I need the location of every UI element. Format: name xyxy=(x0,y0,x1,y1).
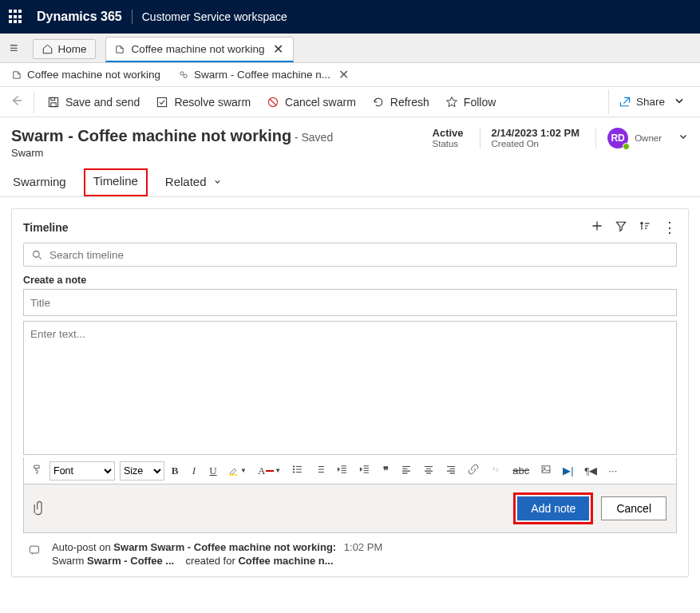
back-button[interactable] xyxy=(5,93,29,110)
subtab-case-label: Coffee machine not working xyxy=(27,69,160,81)
rtl-button[interactable]: ¶◀ xyxy=(580,461,603,481)
app-top-bar: Dynamics 365 Customer Service workspace xyxy=(0,0,700,34)
font-select[interactable]: Font xyxy=(49,461,115,481)
text-color-button[interactable]: A▼ xyxy=(253,461,286,481)
owner-avatar[interactable]: RD xyxy=(607,128,628,148)
align-center-button[interactable] xyxy=(418,461,439,481)
saved-indicator: - Saved xyxy=(295,131,333,144)
link-icon xyxy=(468,464,479,475)
command-bar: Save and send Resolve swarm Cancel swarm… xyxy=(0,87,700,117)
numbers-icon xyxy=(314,464,326,475)
ptab-timeline[interactable]: Timeline xyxy=(84,168,148,196)
status-label: Status xyxy=(433,139,464,148)
cmd-refresh[interactable]: Refresh xyxy=(364,91,437,113)
home-icon xyxy=(42,43,53,55)
align-left-icon xyxy=(401,464,412,475)
header-expand-button[interactable] xyxy=(678,131,689,144)
tab-home-label: Home xyxy=(58,43,87,55)
svg-rect-14 xyxy=(30,546,38,553)
format-painter-button[interactable] xyxy=(27,461,48,481)
cmd-resolve-label: Resolve swarm xyxy=(174,96,251,109)
timeline-heading: Timeline xyxy=(23,221,69,234)
autopost-line2c: created for xyxy=(186,555,235,567)
chevron-down-icon xyxy=(673,94,686,109)
add-record-button[interactable] xyxy=(591,219,603,235)
link-button[interactable] xyxy=(463,461,484,481)
size-select[interactable]: Size xyxy=(120,461,164,481)
filter-icon xyxy=(615,219,627,232)
ptab-related[interactable]: Related xyxy=(164,168,223,196)
highlight-icon xyxy=(228,465,239,477)
add-note-button[interactable]: Add note xyxy=(517,496,589,520)
svg-point-13 xyxy=(544,468,545,469)
note-body-input[interactable] xyxy=(23,321,677,455)
note-title-input[interactable] xyxy=(23,289,677,316)
indent-button[interactable] xyxy=(354,461,375,481)
sort-button[interactable] xyxy=(639,219,651,235)
autopost-line2d: Coffee machine n... xyxy=(238,555,333,567)
outdent-button[interactable] xyxy=(332,461,353,481)
unlink-button[interactable] xyxy=(485,461,506,481)
created-label: Created On xyxy=(492,139,580,148)
underline-button[interactable]: U xyxy=(204,461,222,481)
quote-button[interactable]: ❞ xyxy=(377,461,394,481)
numbers-button[interactable] xyxy=(310,461,330,481)
filter-button[interactable] xyxy=(615,219,627,235)
image-icon xyxy=(540,464,552,475)
cmd-cancel-swarm[interactable]: Cancel swarm xyxy=(259,91,364,113)
highlight-button[interactable]: ▼ xyxy=(223,462,251,480)
rich-text-toolbar: Font Size B I U ▼ A▼ ❞ abc ▶| ¶◀ ··· xyxy=(23,457,677,484)
svg-point-1 xyxy=(184,74,187,77)
hamburger-icon[interactable]: ≡ xyxy=(0,40,28,57)
meta-created: 2/14/2023 1:02 PM Created On xyxy=(480,127,580,148)
bold-button[interactable]: B xyxy=(166,461,184,481)
bullets-button[interactable] xyxy=(287,461,308,481)
timeline-search-input[interactable] xyxy=(23,243,677,267)
autopost-time: 1:02 PM xyxy=(344,541,382,553)
close-tab-icon[interactable]: ✕ xyxy=(273,42,283,57)
more-format-button[interactable]: ··· xyxy=(603,461,622,480)
plus-icon xyxy=(591,219,603,232)
status-value: Active xyxy=(433,127,464,139)
align-right-button[interactable] xyxy=(441,461,461,481)
ptab-swarming[interactable]: Swarming xyxy=(11,168,68,196)
workspace-name: Customer Service workspace xyxy=(142,10,287,23)
cmd-follow[interactable]: Follow xyxy=(437,91,504,113)
add-note-highlight: Add note xyxy=(513,492,593,524)
chevron-down-icon xyxy=(213,175,222,188)
align-left-button[interactable] xyxy=(396,461,417,481)
close-subtab-icon[interactable]: ✕ xyxy=(338,67,349,82)
tab-case[interactable]: Coffee machine not working ✕ xyxy=(105,37,294,62)
insert-image-button[interactable] xyxy=(536,461,556,481)
session-tab-bar: ≡ Home Coffee machine not working ✕ xyxy=(0,34,700,63)
autopost-prefix: Auto-post on xyxy=(52,541,111,553)
svg-point-7 xyxy=(34,251,40,258)
subtab-swarm[interactable]: Swarm - Coffee machine n... ✕ xyxy=(172,64,355,85)
resolve-icon xyxy=(156,96,168,109)
italic-button[interactable]: I xyxy=(185,461,203,481)
record-header: Swarm - Coffee machine not working - Sav… xyxy=(0,117,700,165)
autopost-line2a: Swarm xyxy=(52,555,84,567)
overflow-menu-button[interactable]: ⋮ xyxy=(662,219,677,236)
cmd-share[interactable]: Share xyxy=(608,89,695,114)
ltr-button[interactable]: ▶| xyxy=(558,461,578,480)
attachment-button[interactable] xyxy=(30,497,53,520)
cmd-resolve-swarm[interactable]: Resolve swarm xyxy=(148,91,259,113)
subtab-case[interactable]: Coffee machine not working xyxy=(5,65,167,84)
cancel-note-button[interactable]: Cancel xyxy=(601,496,666,520)
secondary-tab-bar: Coffee machine not working Swarm - Coffe… xyxy=(0,63,700,87)
star-icon xyxy=(445,96,458,109)
case-icon xyxy=(114,44,125,55)
cmd-save-send[interactable]: Save and send xyxy=(39,91,148,113)
strikethrough-button[interactable]: abc xyxy=(508,461,534,480)
svg-rect-8 xyxy=(229,474,237,475)
cancel-icon xyxy=(267,96,279,109)
unlink-icon xyxy=(490,464,501,475)
svg-point-11 xyxy=(294,472,295,473)
svg-rect-12 xyxy=(542,466,550,473)
app-launcher-icon[interactable] xyxy=(8,9,24,25)
svg-rect-3 xyxy=(51,97,55,100)
cmd-save-send-label: Save and send xyxy=(65,96,140,109)
tab-home[interactable]: Home xyxy=(33,39,96,59)
note-footer: Add note Cancel xyxy=(23,484,677,533)
